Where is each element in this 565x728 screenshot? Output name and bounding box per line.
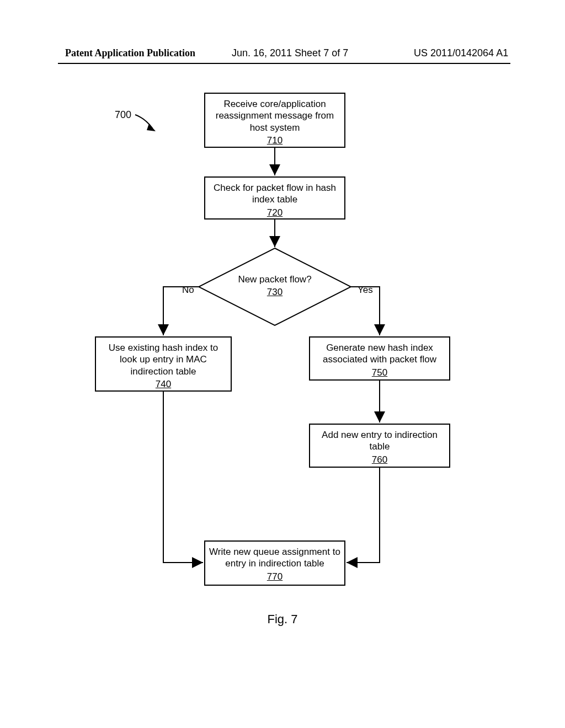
header-right: US 2011/0142064 A1 xyxy=(414,47,508,59)
box-ref: 760 xyxy=(313,454,446,465)
box-generate-new-hash: Generate new hash index associated with … xyxy=(309,336,450,381)
box-text: Receive core/application reassignment me… xyxy=(216,99,334,133)
branch-label-yes: Yes xyxy=(358,285,373,296)
box-ref: 750 xyxy=(313,367,446,378)
header-center: Jun. 16, 2011 Sheet 7 of 7 xyxy=(232,47,348,59)
box-ref: 740 xyxy=(99,378,227,390)
header-rule xyxy=(58,63,510,64)
header-left: Patent Application Publication xyxy=(65,47,195,59)
box-text: Use existing hash index to look up entry… xyxy=(109,342,218,377)
box-use-existing-hash: Use existing hash index to look up entry… xyxy=(95,336,232,392)
figure-caption: Fig. 7 xyxy=(0,612,565,627)
box-text: Add new entry to indirection table xyxy=(322,430,438,452)
box-add-new-entry: Add new entry to indirection table 760 xyxy=(309,424,450,468)
decision-text: New packet flow? xyxy=(238,274,311,285)
box-ref: 710 xyxy=(209,135,341,146)
box-ref: 720 xyxy=(209,207,341,218)
box-text: Generate new hash index associated with … xyxy=(323,342,436,365)
box-ref: 770 xyxy=(209,571,341,582)
flow-ref-label: 700 xyxy=(115,109,131,121)
page: Patent Application Publication Jun. 16, … xyxy=(0,0,565,728)
decision-ref: 730 xyxy=(267,286,282,298)
branch-label-no: No xyxy=(182,285,194,296)
box-text: Check for packet flow in hash index tabl… xyxy=(214,183,336,205)
decision-new-packet-flow: New packet flow? 730 xyxy=(198,247,352,326)
box-write-queue-assignment: Write new queue assignment to entry in i… xyxy=(204,540,345,586)
box-receive-message: Receive core/application reassignment me… xyxy=(204,93,345,148)
box-text: Write new queue assignment to entry in i… xyxy=(209,547,340,569)
box-check-hash-table: Check for packet flow in hash index tabl… xyxy=(204,176,345,220)
